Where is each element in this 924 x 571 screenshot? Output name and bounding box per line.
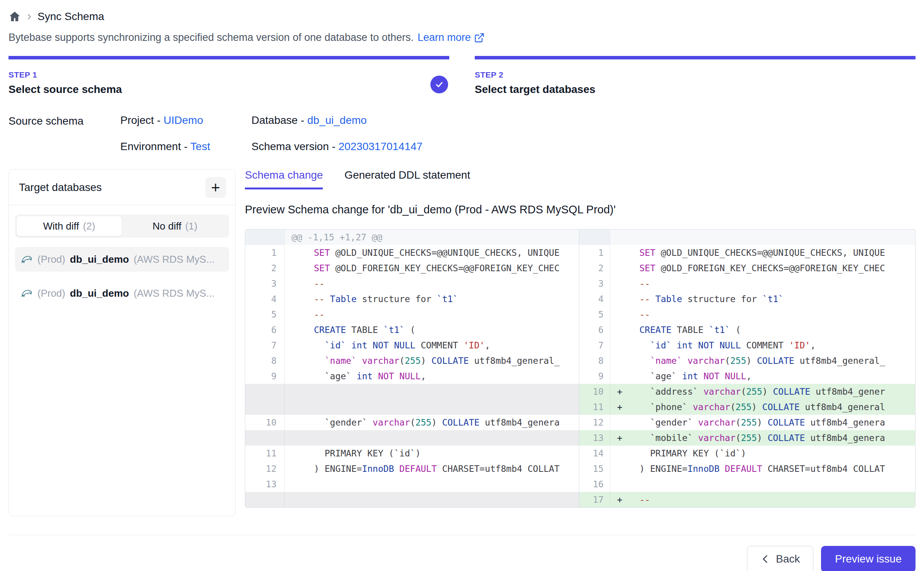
chevron-left-icon <box>760 554 771 564</box>
code-text: -- <box>314 276 325 291</box>
code-text: ) ENGINE=InnoDB DEFAULT CHARSET=utf8mb4 … <box>314 461 560 476</box>
code-line: SET @OLD_UNIQUE_CHECKS=@@UNIQUE_CHECKS, … <box>285 245 579 260</box>
back-button[interactable]: Back <box>747 546 813 571</box>
line-number: 17 <box>579 492 610 507</box>
diff-pane-target: 1SET @OLD_UNIQUE_CHECKS=@@UNIQUE_CHECKS,… <box>579 230 915 507</box>
diff-placeholder-row <box>245 492 579 507</box>
diff-row: 1SET @OLD_UNIQUE_CHECKS=@@UNIQUE_CHECKS,… <box>245 245 579 260</box>
diff-sign <box>617 307 639 322</box>
code-text: -- Table structure for `t1` <box>639 291 784 307</box>
diff-sign: + <box>617 492 639 507</box>
intro-description: Bytebase supports synchronizing a specif… <box>8 32 414 44</box>
diff-sign: + <box>617 384 639 399</box>
line-number: 15 <box>579 461 610 476</box>
line-number: 4 <box>579 291 610 307</box>
database-name: db_ui_demo <box>70 253 129 265</box>
diff-sign <box>292 322 314 338</box>
no-diff-tab[interactable]: No diff (1) <box>122 216 228 237</box>
line-number: 13 <box>579 430 610 446</box>
with-diff-tab[interactable]: With diff (2) <box>16 216 122 237</box>
diff-sign <box>617 446 639 461</box>
diff-row: 7 `id` int NOT NULL COMMENT 'ID', <box>245 338 579 353</box>
diff-sign <box>617 368 639 384</box>
diff-row: 6CREATE TABLE `t1` ( <box>579 322 915 338</box>
line-number: 2 <box>579 260 610 276</box>
code-line: `age` int NOT NULL, <box>610 368 915 384</box>
target-database-item[interactable]: (Prod)db_ui_demo(AWS RDS MyS... <box>15 247 229 272</box>
diff-row: 11 PRIMARY KEY (`id`) <box>245 446 579 461</box>
tab-generated-ddl[interactable]: Generated DDL statement <box>344 169 470 189</box>
project-link[interactable]: UIDemo <box>164 114 203 126</box>
line-number: 5 <box>245 307 285 322</box>
diff-row: 11+ `phone` varchar(255) COLLATE utf8mb4… <box>579 399 915 415</box>
step2-progress-bar <box>475 56 916 59</box>
tab-schema-change[interactable]: Schema change <box>245 169 323 189</box>
environment-link[interactable]: Test <box>191 140 210 152</box>
line-number <box>579 230 610 245</box>
line-number: 8 <box>245 353 285 368</box>
database-label: Database - <box>251 114 307 126</box>
code-text: SET @OLD_FOREIGN_KEY_CHECKS=@@FOREIGN_KE… <box>314 260 560 276</box>
diff-placeholder-row <box>245 399 579 415</box>
line-number <box>245 492 285 507</box>
mysql-icon <box>20 287 33 299</box>
diff-sign <box>617 291 639 307</box>
environment-badge: (Prod) <box>37 253 65 265</box>
diff-sign <box>617 322 639 338</box>
instance-name: (AWS RDS MyS... <box>133 287 214 299</box>
diff-sign <box>617 245 639 260</box>
code-line <box>610 230 915 245</box>
code-text: `phone` varchar(255) COLLATE utf8mb4_gen… <box>639 399 885 415</box>
code-line: -- Table structure for `t1` <box>285 291 579 307</box>
line-number: 8 <box>579 353 610 368</box>
step1-title: Select source schema <box>8 83 449 96</box>
line-number: 12 <box>579 415 610 430</box>
diff-row: 10+ `address` varchar(255) COLLATE utf8m… <box>579 384 915 399</box>
code-text: `id` int NOT NULL COMMENT 'ID', <box>639 338 816 353</box>
line-number: 12 <box>245 461 285 476</box>
code-line: SET @OLD_FOREIGN_KEY_CHECKS=@@FOREIGN_KE… <box>610 260 915 276</box>
line-number: 13 <box>245 476 285 492</box>
add-target-database-button[interactable]: + <box>205 177 226 198</box>
diff-row: 13+ `mobile` varchar(255) COLLATE utf8mb… <box>579 430 915 446</box>
code-text: `name` varchar(255) COLLATE utf8mb4_gene… <box>639 353 885 368</box>
diff-row: 4-- Table structure for `t1` <box>579 291 915 307</box>
code-text: PRIMARY KEY (`id`) <box>314 446 421 461</box>
diff-sign <box>292 446 314 461</box>
preview-issue-button[interactable]: Preview issue <box>821 546 916 571</box>
target-database-item[interactable]: (Prod)db_ui_demo(AWS RDS MyS... <box>15 281 229 306</box>
line-number: 16 <box>579 476 610 492</box>
diff-row: 2SET @OLD_FOREIGN_KEY_CHECKS=@@FOREIGN_K… <box>245 260 579 276</box>
diff-sign: + <box>617 430 639 446</box>
diff-row: 12) ENGINE=InnoDB DEFAULT CHARSET=utf8mb… <box>245 461 579 476</box>
code-line: -- <box>610 307 915 322</box>
line-number: 14 <box>579 446 610 461</box>
footer-actions: Back Preview issue <box>8 535 916 571</box>
home-icon[interactable] <box>8 10 21 23</box>
line-number: 5 <box>579 307 610 322</box>
page-title: Sync Schema <box>37 10 104 23</box>
diff-row: 14 PRIMARY KEY (`id`) <box>579 446 915 461</box>
schema-version-link[interactable]: 20230317014147 <box>339 140 423 152</box>
code-line: + `phone` varchar(255) COLLATE utf8mb4_g… <box>610 399 915 415</box>
line-number: 3 <box>245 276 285 291</box>
learn-more-link[interactable]: Learn more <box>418 32 485 44</box>
diff-filter-segmented-control: With diff (2) No diff (1) <box>15 215 229 238</box>
code-text: `id` int NOT NULL COMMENT 'ID', <box>314 338 490 353</box>
line-number: 9 <box>245 368 285 384</box>
code-text: `name` varchar(255) COLLATE utf8mb4_gene… <box>314 353 560 368</box>
diff-sign <box>292 307 314 322</box>
source-schema-label: Source schema <box>8 114 120 153</box>
code-text: ) ENGINE=InnoDB DEFAULT CHARSET=utf8mb4 … <box>639 461 885 476</box>
instance-name: (AWS RDS MyS... <box>133 253 214 265</box>
code-line: + `address` varchar(255) COLLATE utf8mb4… <box>610 384 915 399</box>
database-link[interactable]: db_ui_demo <box>307 114 367 126</box>
code-text: `address` varchar(255) COLLATE utf8mb4_g… <box>639 384 885 399</box>
code-line: +-- <box>610 492 915 507</box>
database-name: db_ui_demo <box>70 287 129 299</box>
diff-sign <box>617 476 639 492</box>
code-line: -- <box>285 276 579 291</box>
diff-row: 8 `name` varchar(255) COLLATE utf8mb4_ge… <box>579 353 915 368</box>
diff-row: 1SET @OLD_UNIQUE_CHECKS=@@UNIQUE_CHECKS,… <box>579 245 915 260</box>
diff-row: 16 <box>579 476 915 492</box>
